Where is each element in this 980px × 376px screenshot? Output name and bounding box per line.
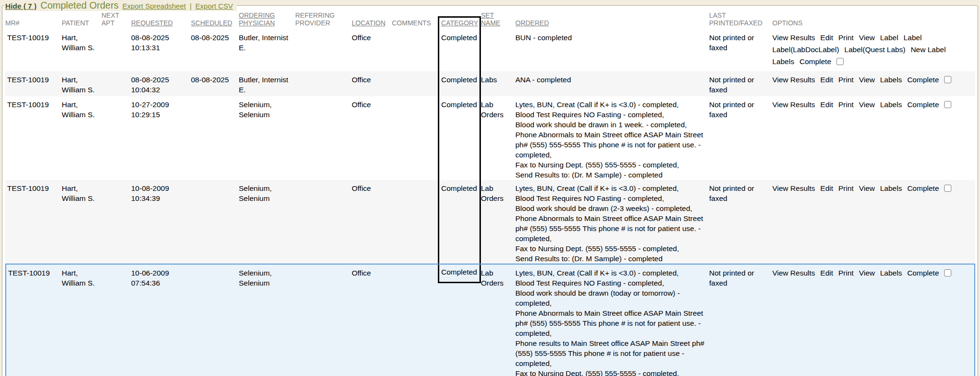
cell-referring_provider xyxy=(295,264,352,376)
option-labels-link[interactable]: Labels xyxy=(880,100,902,110)
column-header-next_apt: NEXT APT xyxy=(101,11,119,27)
location-value: Office xyxy=(352,33,371,42)
cell-location: Office xyxy=(352,264,392,376)
ordered-item: Phone results to Main Street office ASAP… xyxy=(515,338,705,368)
cell-requested: 10-08-2009 10:34:39 xyxy=(131,180,191,264)
location-value: Office xyxy=(352,76,371,84)
ordered-item: Blood Test Requires NO Fasting - complet… xyxy=(515,278,705,288)
ordered-item: Blood work should be drawn in 1 week. - … xyxy=(515,120,705,130)
option-view-results-link[interactable]: View Results xyxy=(772,183,815,193)
column-header-ordered[interactable]: ORDERED xyxy=(515,19,549,27)
ordered-item: Fax to Nursing Dept. (555) 555-5555 - co… xyxy=(515,243,705,254)
mr-value: TEST-10019 xyxy=(7,33,49,42)
cell-last_printed_faxed: Not printed or faxed xyxy=(709,71,772,96)
column-header-ordering_physician[interactable]: ORDERING PHYSICIAN xyxy=(239,11,275,27)
complete-checkbox[interactable] xyxy=(944,269,951,276)
option-label-link[interactable]: Label xyxy=(903,33,922,43)
option-edit-link[interactable]: Edit xyxy=(820,268,833,278)
option-view-link[interactable]: View xyxy=(859,75,875,85)
option-labels-link[interactable]: Labels xyxy=(772,56,794,66)
column-header-referring_provider: REFERRING PROVIDER xyxy=(295,11,334,27)
options-links: View ResultsEditPrintViewLabelsComplete xyxy=(772,183,971,193)
ordered-item: Blood work should be drawn (today or tom… xyxy=(515,288,705,308)
option-view-link[interactable]: View xyxy=(859,100,875,110)
column-header-scheduled[interactable]: SCHEDULED xyxy=(191,19,232,27)
cell-next_apt xyxy=(101,96,131,180)
ordered-item: Blood Test Requires NO Fasting - complet… xyxy=(515,110,705,120)
complete-checkbox[interactable] xyxy=(836,58,844,65)
option-complete-link[interactable]: Complete xyxy=(800,56,831,66)
option-complete-link[interactable]: Complete xyxy=(907,75,939,85)
cell-referring_provider xyxy=(295,96,352,180)
cell-patient: Hart, William S. xyxy=(62,264,101,376)
option-label-link[interactable]: Label xyxy=(880,33,898,43)
option-labels-link[interactable]: Labels xyxy=(880,183,902,193)
option-view-link[interactable]: View xyxy=(859,33,875,43)
category-value: Completed xyxy=(441,76,477,84)
cell-options: View ResultsEditPrintViewLabelsComplete xyxy=(772,96,975,180)
cell-mr: TEST-10019 xyxy=(5,180,62,264)
option-view-link[interactable]: View xyxy=(859,268,875,278)
option-edit-link[interactable]: Edit xyxy=(820,75,833,85)
cell-scheduled xyxy=(191,180,239,264)
complete-checkbox[interactable] xyxy=(944,101,951,108)
patient-value: Hart, William S. xyxy=(62,33,95,52)
column-header-cell-category: CATEGORY xyxy=(438,11,481,29)
option-edit-link[interactable]: Edit xyxy=(820,183,833,193)
column-header-cell-referring_provider: REFERRING PROVIDER xyxy=(295,11,352,29)
option-print-link[interactable]: Print xyxy=(838,33,854,43)
cell-comments xyxy=(392,29,438,71)
cell-ordered: ANA - completed xyxy=(515,71,709,96)
column-header-requested[interactable]: REQUESTED xyxy=(131,19,173,27)
column-header-location[interactable]: LOCATION xyxy=(352,19,386,27)
column-header-category[interactable]: CATEGORY xyxy=(441,19,478,27)
option-new-label-link[interactable]: New Label xyxy=(911,44,946,55)
option-complete-link[interactable]: Complete xyxy=(907,183,939,193)
last_printed_faxed-value: Not printed or faxed xyxy=(709,269,754,287)
complete-checkbox[interactable] xyxy=(944,76,951,83)
option-labels-link[interactable]: Labels xyxy=(880,75,902,85)
option-print-link[interactable]: Print xyxy=(838,75,854,85)
option-complete-link[interactable]: Complete xyxy=(907,268,939,278)
cell-ordering_physician: Selenium, Selenium xyxy=(239,96,295,180)
column-header-cell-ordering_physician: ORDERING PHYSICIAN xyxy=(239,11,295,29)
mr-value: TEST-10019 xyxy=(7,100,49,109)
option-complete-link[interactable]: Complete xyxy=(907,100,939,110)
option-print-link[interactable]: Print xyxy=(838,183,854,193)
option-view-link[interactable]: View xyxy=(859,183,875,193)
option-label-quest-labs-link[interactable]: Label(Quest Labs) xyxy=(845,44,906,55)
cell-ordered: Lytes, BUN, Creat (Call if K+ is <3.0) -… xyxy=(515,96,709,180)
location-value: Office xyxy=(352,184,371,192)
column-header-comments: COMMENTS xyxy=(392,19,431,27)
option-print-link[interactable]: Print xyxy=(838,268,854,278)
export-spreadsheet-link[interactable]: Export Spreadsheet xyxy=(122,2,186,10)
column-header-set_name[interactable]: SET NAME xyxy=(481,11,500,27)
ordered-item: Send Results to: (Dr. M Sample) - comple… xyxy=(515,170,705,180)
column-header-cell-requested: REQUESTED xyxy=(131,11,191,29)
cell-mr: TEST-10019 xyxy=(5,71,62,96)
option-view-results-link[interactable]: View Results xyxy=(772,75,815,85)
export-csv-link[interactable]: Export CSV xyxy=(195,2,233,10)
cell-last_printed_faxed: Not printed or faxed xyxy=(709,180,772,264)
cell-options: View ResultsEditPrintViewLabelsComplete xyxy=(772,264,975,376)
option-view-results-link[interactable]: View Results xyxy=(772,268,815,278)
scheduled-value: 08-08-2025 xyxy=(191,33,229,42)
option-edit-link[interactable]: Edit xyxy=(820,33,833,43)
hide-toggle-link[interactable]: Hide ( 7 ) xyxy=(5,2,36,11)
page-title: Completed Orders xyxy=(40,0,118,11)
cell-mr: TEST-10019 xyxy=(5,264,62,376)
option-labels-link[interactable]: Labels xyxy=(880,268,902,278)
ordered-item: Lytes, BUN, Creat (Call if K+ is <3.0) -… xyxy=(515,268,705,278)
option-edit-link[interactable]: Edit xyxy=(820,100,833,110)
option-label-labdoclabel-link[interactable]: Label(LabDocLabel) xyxy=(772,44,839,55)
cell-ordered: Lytes, BUN, Creat (Call if K+ is <3.0) -… xyxy=(515,264,709,376)
cell-location: Office xyxy=(352,29,392,71)
option-view-results-link[interactable]: View Results xyxy=(772,33,815,43)
option-view-results-link[interactable]: View Results xyxy=(772,100,815,110)
last_printed_faxed-value: Not printed or faxed xyxy=(709,100,754,119)
ordered-item: Send Results to: (Dr. M Sample) - comple… xyxy=(515,254,705,264)
panel-legend: Hide ( 7 ) Completed Orders Export Sprea… xyxy=(4,0,237,11)
complete-checkbox[interactable] xyxy=(944,185,951,192)
cell-last_printed_faxed: Not printed or faxed xyxy=(709,96,772,180)
option-print-link[interactable]: Print xyxy=(838,100,854,110)
